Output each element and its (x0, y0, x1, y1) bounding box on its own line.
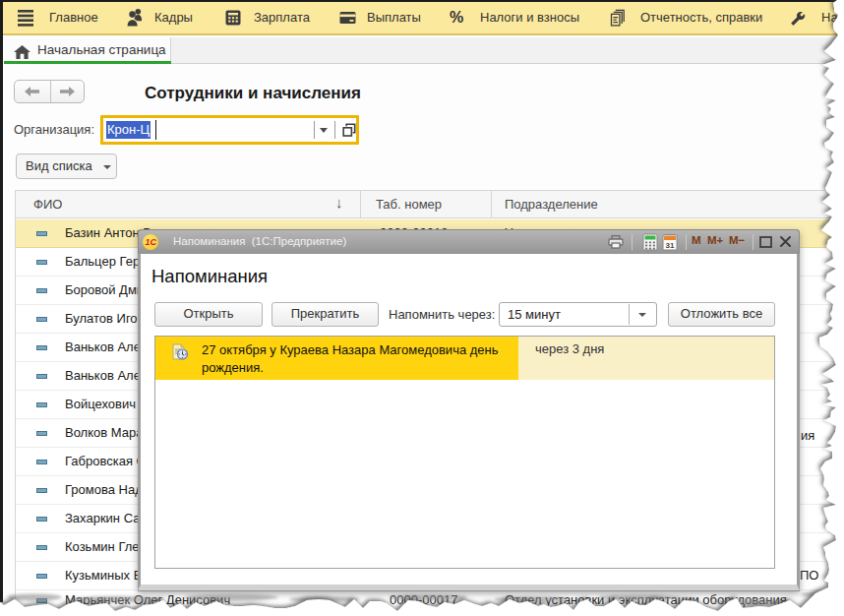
svg-text:31: 31 (666, 241, 675, 250)
